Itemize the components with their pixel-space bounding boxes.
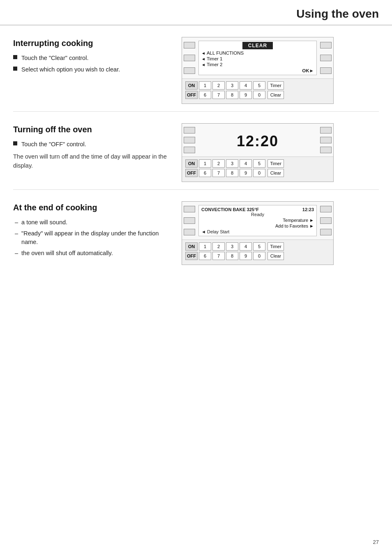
dash-3: – the oven will shut off automatically. [13,249,169,257]
key-0-2[interactable]: 0 [253,169,265,177]
key-2-3[interactable]: 2 [212,242,225,251]
right-btn-5[interactable] [320,137,332,143]
display-inner-1: CLEAR ◄ ALL FUNCTIONS ◄ Timer 1 ◄ Time [197,37,318,78]
main-content: Interrupting cooking Touch the "Clear" c… [0,25,392,272]
conv-ready: Ready [201,212,314,217]
right-btn-2[interactable] [320,55,332,61]
on-label-2[interactable]: ON [185,159,198,168]
key-1-3[interactable]: 1 [199,242,211,251]
numpad-row2-2: OFF 6 7 8 9 0 Clear [185,169,330,177]
key-5-3[interactable]: 5 [253,242,265,251]
clear-ok[interactable]: OK► [201,68,314,73]
right-btn-7[interactable] [320,206,332,212]
numpad-row2-3: OFF 6 7 8 9 0 Clear [185,252,330,260]
key-0-3[interactable]: 0 [253,252,265,260]
clear-btn-1[interactable]: Clear [267,91,284,99]
key-4-3[interactable]: 4 [240,242,252,251]
bullet-turning-1: Touch the "OFF" control. [13,140,169,148]
key-4-2[interactable]: 4 [240,159,252,168]
key-9-1[interactable]: 9 [240,91,252,99]
timer-btn-1[interactable]: Timer [267,81,284,90]
key-6-2[interactable]: 6 [199,169,211,177]
key-3-1[interactable]: 3 [226,81,238,90]
right-btn-4[interactable] [320,127,332,134]
left-btn-6[interactable] [184,147,195,153]
on-label-1[interactable]: ON [185,81,198,90]
right-buttons-1 [318,37,333,78]
clear-display: CLEAR ◄ ALL FUNCTIONS ◄ Timer 1 ◄ Time [198,41,317,75]
clear-option-timer1[interactable]: ◄ Timer 1 [201,56,314,62]
timer-btn-2[interactable]: Timer [267,159,284,168]
clear-option-all[interactable]: ◄ ALL FUNCTIONS [201,50,314,56]
oven-panel-2: 12:20 ON 1 2 3 4 5 Timer [182,123,334,182]
key-7-3[interactable]: 7 [212,252,225,260]
key-9-2[interactable]: 9 [240,169,252,177]
right-btn-3[interactable] [320,67,332,74]
arrow-left-all: ◄ [201,51,205,55]
section-text-interrupting: Interrupting cooking Touch the "Clear" c… [13,37,169,77]
left-btn-3[interactable] [184,67,195,74]
numpad-3: ON 1 2 3 4 5 Timer OFF 6 7 8 9 0 Clear [182,240,333,265]
timer-btn-3[interactable]: Timer [267,242,284,251]
page-title: Using the oven [13,7,379,21]
bullet-interrupting-2: Select which option you wish to clear. [13,65,169,74]
right-buttons-2 [318,124,333,157]
conv-add-favorites[interactable]: Add to Favorites ► [275,223,314,228]
right-btn-9[interactable] [320,229,332,235]
clear-btn-2[interactable]: Clear [267,169,284,177]
conv-display: CONVECTION BAKE 325°F 12:23 Ready Temper… [198,205,317,236]
key-8-1[interactable]: 8 [226,91,238,99]
right-btn-8[interactable] [320,217,332,224]
key-8-2[interactable]: 8 [226,169,238,177]
delay-arrow: ◄ [201,229,207,234]
right-btn-1[interactable] [320,42,332,48]
section-title-interrupting: Interrupting cooking [13,39,169,48]
key-2-2[interactable]: 2 [212,159,225,168]
key-3-3[interactable]: 3 [226,242,238,251]
numpad-1: ON 1 2 3 4 5 Timer OFF 6 7 8 9 0 Clear [182,78,333,104]
right-buttons-3 [318,202,333,240]
key-9-3[interactable]: 9 [240,252,252,260]
left-btn-2[interactable] [184,55,195,61]
key-8-3[interactable]: 8 [226,252,238,260]
key-5-2[interactable]: 5 [253,159,265,168]
conv-temperature[interactable]: Temperature ► [283,218,314,223]
ok-arrow: ► [309,68,314,73]
conv-function: CONVECTION BAKE 325°F [201,207,259,212]
off-label-1[interactable]: OFF [185,91,198,99]
turning-para: The oven will turn off and the time of d… [13,152,169,170]
key-1-2[interactable]: 1 [199,159,211,168]
key-0-1[interactable]: 0 [253,91,265,99]
arrow-left-timer2: ◄ [201,62,205,67]
key-4-1[interactable]: 4 [240,81,252,90]
key-7-2[interactable]: 7 [212,169,225,177]
left-btn-5[interactable] [184,137,195,143]
key-1-1[interactable]: 1 [199,81,211,90]
key-6-3[interactable]: 6 [199,252,211,260]
dash-2: – "Ready" will appear in the display und… [13,229,169,246]
left-btn-8[interactable] [184,217,195,224]
key-6-1[interactable]: 6 [199,91,211,99]
on-label-3[interactable]: ON [185,242,198,251]
right-btn-6[interactable] [320,147,332,153]
off-label-3[interactable]: OFF [185,252,198,260]
clear-btn-3[interactable]: Clear [267,252,284,260]
clear-option-timer2[interactable]: ◄ Timer 2 [201,62,314,67]
off-label-2[interactable]: OFF [185,169,198,177]
arrow-left-timer1: ◄ [201,57,205,61]
left-btn-4[interactable] [184,127,195,134]
left-btn-7[interactable] [184,206,195,212]
dash-1: – a tone will sound. [13,218,169,226]
left-buttons-1 [182,37,197,78]
key-3-2[interactable]: 3 [226,159,238,168]
key-5-1[interactable]: 5 [253,81,265,90]
left-btn-9[interactable] [184,229,195,235]
section-interrupting: Interrupting cooking Touch the "Clear" c… [13,25,379,112]
bullet-icon-1 [13,55,17,59]
conv-delay[interactable]: ◄ Delay Start [201,229,229,234]
key-2-1[interactable]: 2 [212,81,225,90]
key-7-1[interactable]: 7 [212,91,225,99]
oven-panel-3: CONVECTION BAKE 325°F 12:23 Ready Temper… [182,201,334,265]
bullet-icon-off [13,141,17,145]
left-btn-1[interactable] [184,42,195,48]
